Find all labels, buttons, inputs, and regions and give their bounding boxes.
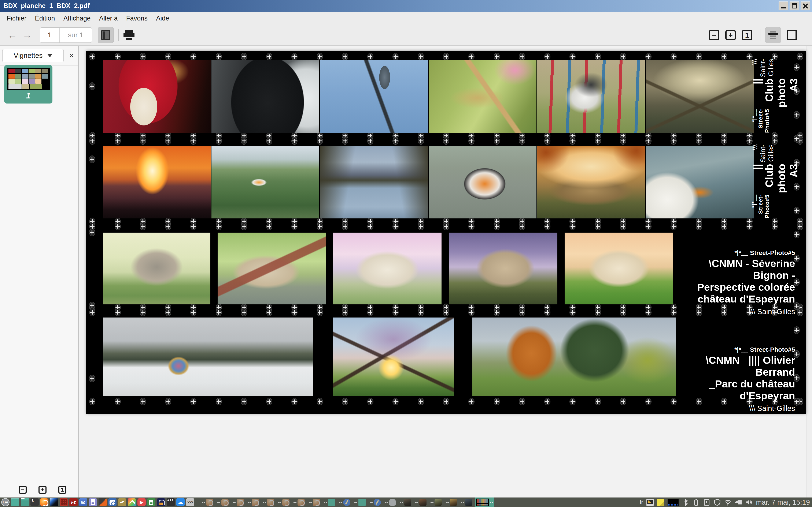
- sidebar-close-button[interactable]: ×: [67, 51, 76, 60]
- sidebar-toggle-button[interactable]: [98, 27, 114, 43]
- window-firefox[interactable]: [262, 498, 275, 507]
- color-app-launcher[interactable]: [128, 498, 136, 506]
- print-button[interactable]: [123, 30, 135, 40]
- registration-mark: [443, 137, 449, 145]
- registration-mark: [468, 137, 474, 145]
- registration-mark: [393, 223, 399, 230]
- thumb-zoom-in-button[interactable]: +: [39, 486, 47, 494]
- firefox-launcher[interactable]: [40, 498, 48, 506]
- caption-title: \CNMN_ |||| Olivier Berrand: [681, 354, 795, 378]
- window-image-viewer[interactable]: [414, 498, 428, 507]
- camera-app-launcher[interactable]: [108, 498, 116, 506]
- update-manager-icon[interactable]: [703, 499, 710, 506]
- window-firefox[interactable]: [216, 498, 230, 507]
- thumbnail-page-1[interactable]: 1: [4, 65, 52, 104]
- continuous-view-button[interactable]: [784, 27, 800, 43]
- bluetooth-icon[interactable]: [682, 499, 689, 506]
- media-player-launcher[interactable]: ▶: [138, 498, 146, 506]
- back-arrow-button[interactable]: ←: [5, 30, 20, 41]
- system-monitor-graph[interactable]: [668, 499, 678, 506]
- registration-mark: [317, 398, 323, 405]
- window-firefox[interactable]: [201, 498, 215, 507]
- photo-carnival-mask: [103, 60, 211, 133]
- registration-mark: [443, 308, 449, 316]
- show-desktop-button[interactable]: [11, 498, 19, 506]
- registration-mark: [494, 223, 500, 230]
- wifi-icon[interactable]: [724, 499, 731, 506]
- terminal-launcher[interactable]: $_: [31, 498, 39, 506]
- menu-edition[interactable]: Édition: [31, 13, 59, 24]
- menu-aide[interactable]: Aide: [152, 13, 173, 24]
- video-editor-launcher[interactable]: [167, 498, 175, 506]
- display-settings-icon[interactable]: [647, 499, 654, 506]
- calculator-launcher[interactable]: [99, 498, 107, 506]
- image-thumbnail: [435, 499, 442, 506]
- registration-mark: [645, 53, 652, 60]
- filezilla-launcher[interactable]: Fz: [69, 498, 78, 506]
- window-firefox[interactable]: [231, 498, 245, 507]
- registration-mark: [165, 398, 171, 405]
- window-files[interactable]: [353, 498, 367, 507]
- xxx-app-launcher[interactable]: XXX: [186, 498, 194, 506]
- qr-app-launcher[interactable]: [60, 498, 68, 506]
- window-firefox[interactable]: [292, 498, 306, 507]
- window-firefox[interactable]: [307, 498, 321, 507]
- menu-fichier[interactable]: Fichier: [3, 13, 30, 24]
- mail-launcher[interactable]: ✉: [79, 498, 87, 506]
- registration-mark: [89, 82, 95, 90]
- window-image-viewer[interactable]: [445, 498, 458, 507]
- caption-title: \CNMN - Séverine Bignon -: [681, 258, 795, 281]
- caption-location: \\\ Saint-Gilles: [751, 144, 800, 162]
- registration-mark: [468, 308, 474, 316]
- zoom-original-button[interactable]: 1: [742, 30, 752, 40]
- maximize-button[interactable]: [790, 1, 799, 10]
- vertical-scrollbar[interactable]: [807, 46, 812, 498]
- window-text-editor[interactable]: [368, 498, 382, 507]
- window-image-viewer[interactable]: [399, 498, 413, 507]
- battery-icon[interactable]: [693, 499, 700, 506]
- doc-reader-launcher[interactable]: [147, 498, 155, 506]
- menu-favoris[interactable]: Favoris: [122, 13, 151, 24]
- registration-mark: [266, 398, 272, 405]
- fit-width-button[interactable]: [765, 27, 781, 43]
- audacity-launcher[interactable]: [157, 498, 165, 506]
- registration-mark: [670, 398, 677, 405]
- nvidia-icon[interactable]: [735, 499, 742, 506]
- registration-mark: [140, 223, 146, 230]
- registration-mark: [645, 398, 652, 405]
- menu-aller-a[interactable]: Aller à: [95, 13, 121, 24]
- keyboard-layout-indicator[interactable]: fr: [640, 499, 643, 506]
- minimize-button[interactable]: [778, 1, 788, 10]
- menu-affichage[interactable]: Affichage: [60, 13, 95, 24]
- registration-mark: [241, 53, 247, 60]
- window-image-viewer[interactable]: [460, 498, 473, 507]
- window-text-editor[interactable]: [338, 498, 352, 507]
- sticky-notes-icon[interactable]: [657, 499, 664, 506]
- photos-app-launcher[interactable]: [50, 498, 58, 506]
- window-gimp[interactable]: [384, 498, 397, 507]
- zoom-in-button[interactable]: +: [725, 30, 736, 40]
- registration-mark: [241, 223, 247, 230]
- audio-plug-launcher[interactable]: [118, 498, 126, 506]
- registration-mark: [494, 53, 500, 60]
- sidebar-view-select[interactable]: Vignettes: [2, 49, 64, 62]
- mint-menu-button[interactable]: Lm: [1, 498, 9, 506]
- thumb-zoom-original-button[interactable]: 1: [58, 486, 66, 494]
- cloud-app-launcher[interactable]: ☁: [176, 498, 185, 506]
- window-firefox[interactable]: [247, 498, 260, 507]
- forward-arrow-button[interactable]: →: [20, 30, 35, 41]
- page-number-input[interactable]: [40, 28, 60, 43]
- window-image-viewer[interactable]: [429, 498, 443, 507]
- window-firefox[interactable]: [277, 498, 291, 507]
- files-launcher[interactable]: [21, 498, 29, 506]
- window-pdf-viewer-active[interactable]: [475, 498, 494, 507]
- volume-icon[interactable]: [745, 499, 753, 506]
- window-files[interactable]: [323, 498, 337, 507]
- registration-mark: [670, 223, 677, 230]
- zoom-out-button[interactable]: −: [709, 30, 719, 40]
- close-button[interactable]: [801, 1, 810, 10]
- taskbar-clock[interactable]: mar. 7 mai, 15:19: [756, 498, 810, 506]
- writer-launcher[interactable]: [89, 498, 97, 506]
- firewall-shield-icon[interactable]: [714, 499, 721, 506]
- thumb-zoom-out-button[interactable]: −: [18, 486, 27, 494]
